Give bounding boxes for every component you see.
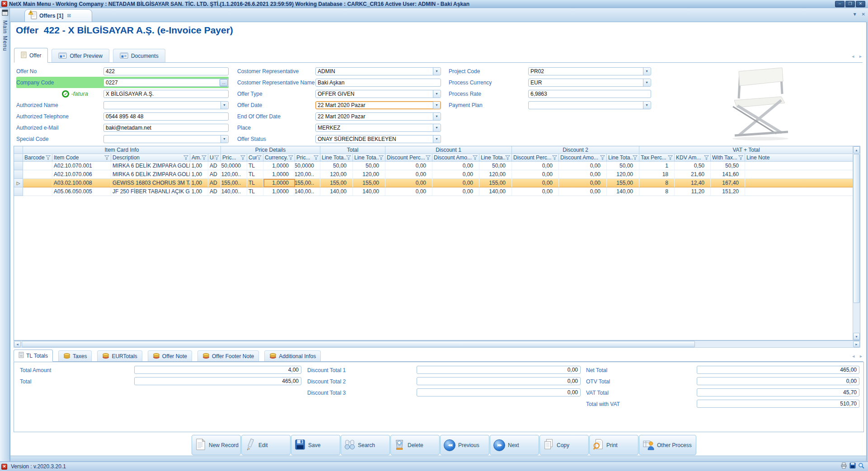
filter-icon[interactable] [314, 155, 319, 160]
chevron-down-icon[interactable]: ▼ [433, 135, 440, 143]
column-header[interactable]: Item Code [52, 154, 111, 162]
grid-cell[interactable]: 50,00 [479, 162, 512, 170]
table-row[interactable]: A05.06.050.005JF 250 FİBER TABANLI AÇIK … [14, 187, 854, 196]
offer-no-input[interactable]: 422 [103, 67, 229, 75]
offer-status-combo[interactable]: ONAY SÜRECİNDE BEKLEYEN ▼ [315, 135, 441, 143]
grid-cell[interactable]: 0,00 [559, 187, 607, 196]
column-header[interactable]: Discount Perc... [512, 154, 559, 162]
scroll-left-icon[interactable]: ◄ [851, 354, 855, 359]
grid-cell[interactable]: 0,00 [385, 179, 432, 187]
tab-offer-footer-note[interactable]: Offer Footer Note [197, 350, 259, 361]
scroll-down-icon[interactable]: ▼ [853, 333, 860, 340]
grid-cell[interactable] [23, 179, 52, 187]
filter-icon[interactable] [473, 155, 478, 160]
grid-cell[interactable]: 8 [639, 187, 675, 196]
grid-cell[interactable]: 0,00 [512, 187, 559, 196]
grid-cell[interactable]: 0,00 [432, 170, 479, 179]
vat-total-input[interactable]: 45,70 [697, 388, 859, 396]
column-header[interactable]: Line Tota... [479, 154, 512, 162]
table-row[interactable]: A02.10.070.006MIRKA 6 DELİK ZIMPARA GOLD… [14, 170, 854, 179]
grid-cell[interactable] [745, 179, 854, 187]
grid-cell[interactable]: 155,00 [353, 179, 385, 187]
grid-cell[interactable]: 18 [639, 170, 675, 179]
grid-cell[interactable] [745, 187, 854, 196]
tab-taxes[interactable]: Taxes [58, 350, 92, 361]
filter-icon[interactable] [379, 155, 384, 160]
grid-cell[interactable]: 0,00 [512, 179, 559, 187]
filter-icon[interactable] [104, 155, 109, 160]
scroll-up-icon[interactable]: ▲ [853, 146, 860, 154]
payment-plan-combo[interactable]: ▼ [528, 101, 651, 109]
grid-cell[interactable]: TL [247, 170, 263, 179]
grid-cell[interactable]: 140,00.. [221, 187, 247, 196]
authorized-name-combo[interactable]: ▼ [103, 101, 229, 109]
grid-cell[interactable]: 151,20 [711, 187, 745, 196]
filter-icon[interactable] [552, 155, 557, 160]
offer-type-combo[interactable]: OFFER GIVEN ▼ [315, 90, 441, 98]
grid-cell[interactable]: 140,00 [607, 187, 639, 196]
tab-offer-note[interactable]: Offer Note [148, 350, 192, 361]
grid-cell[interactable]: 0,00 [432, 162, 479, 170]
grid-cell[interactable]: 50,00 [607, 162, 639, 170]
tab-documents[interactable]: Documents [113, 49, 165, 62]
grid-cell[interactable]: 50,50 [711, 162, 745, 170]
chevron-down-icon[interactable]: ▼ [433, 124, 440, 131]
grid-cell[interactable]: A02.10.070.001 [52, 162, 111, 170]
grid-cell[interactable] [23, 187, 52, 196]
grid-cell[interactable] [745, 162, 854, 170]
grid-cell[interactable]: 0,00 [512, 162, 559, 170]
filter-icon[interactable] [704, 155, 709, 160]
tab-additional-infos[interactable]: Additional Infos [264, 350, 321, 361]
filter-icon[interactable] [214, 155, 219, 160]
grid-cell[interactable] [23, 162, 52, 170]
column-header[interactable]: Description [111, 154, 190, 162]
tab-offer-preview[interactable]: Offer Preview [52, 49, 109, 62]
grid-cell[interactable]: 12,40 [675, 179, 711, 187]
table-row[interactable]: A02.10.070.001MIRKA 6 DELİK ZIMPARA GOLD… [14, 162, 854, 170]
column-header[interactable]: Barcode [23, 154, 52, 162]
grid-cell[interactable]: 140,00 [353, 187, 385, 196]
authorized-email-input[interactable]: baki@netadam.net [103, 124, 229, 132]
grid-cell[interactable]: 0,00 [385, 170, 432, 179]
grid-cell[interactable]: 120,00 [320, 170, 353, 179]
grid-cell[interactable]: 0,00 [385, 162, 432, 170]
main-menu-sidebar[interactable]: Main Menu [0, 8, 10, 462]
grid-cell[interactable]: 1,0000 [263, 162, 295, 170]
chevron-down-icon[interactable]: ▼ [433, 113, 440, 120]
delete-button[interactable]: Delete [390, 435, 440, 455]
customer-representative-combo[interactable]: ADMIN ▼ [315, 67, 441, 75]
grid-cell[interactable]: 0,00 [432, 187, 479, 196]
authorized-telephone-input[interactable]: 0544 895 48 48 [103, 112, 229, 121]
tab-offer[interactable]: Offer [14, 48, 48, 63]
tab-list-chevron-icon[interactable]: ▼ [853, 12, 857, 17]
special-code-combo[interactable]: ▼ [103, 135, 229, 143]
grid-cell[interactable] [745, 170, 854, 179]
discount-total-3-input[interactable]: 0,00 [417, 388, 581, 396]
grid-cell[interactable]: 1,00 [190, 179, 208, 187]
grid-cell[interactable]: 21,60 [675, 170, 711, 179]
grid-cell[interactable]: 0,00 [559, 170, 607, 179]
grid-cell[interactable]: 0,00 [559, 179, 607, 187]
search-button[interactable]: Search [341, 435, 390, 455]
other-process-button[interactable]: Other Process [639, 435, 696, 455]
chevron-down-icon[interactable]: ▼ [433, 90, 440, 98]
tab-eur-totals[interactable]: EURTotals [97, 350, 142, 361]
previous-button[interactable]: ◀◀ Previous [440, 435, 489, 455]
grid-cell[interactable]: A05.06.050.005 [52, 187, 111, 196]
minimize-button[interactable]: – [835, 1, 845, 7]
process-currency-combo[interactable]: EUR ▼ [528, 79, 651, 87]
grid-cell[interactable]: AD [208, 179, 221, 187]
column-header[interactable]: Line Tota... [353, 154, 385, 162]
grid-cell[interactable] [23, 170, 52, 179]
grid-cell[interactable]: TL [247, 187, 263, 196]
copy-button[interactable]: Copy [540, 435, 589, 455]
grid-cell[interactable]: 120,00.. [295, 170, 320, 179]
column-header[interactable]: Discount Perc... [385, 154, 432, 162]
grid-cell[interactable]: 0,50 [675, 162, 711, 170]
filter-icon[interactable] [738, 155, 743, 160]
grid-cell[interactable]: 120,00 [353, 170, 385, 179]
grid-cell[interactable]: MIRKA 6 DELİK ZIMPARA GOLD 15.. [111, 170, 190, 179]
grid-cell[interactable]: 0,00 [385, 187, 432, 196]
grid-cell[interactable]: 120,00 [607, 170, 639, 179]
grid-cell[interactable]: 140,00.. [295, 187, 320, 196]
